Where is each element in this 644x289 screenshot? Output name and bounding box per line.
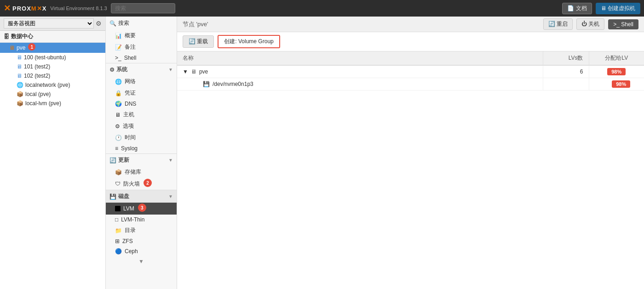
- restart-button[interactable]: 🔄 重启: [543, 18, 573, 30]
- vm-100-icon: 🖥: [17, 54, 22, 61]
- nav-lvm[interactable]: LVM 3: [106, 203, 177, 215]
- sidebar: 服务器视图 ⚙ 🗄 数据中心 🖥 pve 1 🖥 100 (test-ubunt…: [0, 17, 106, 289]
- disk-name-cell: 💾 /dev/nvme0n1p3: [177, 78, 543, 91]
- updates-icon: 🔄: [109, 157, 116, 164]
- content-path: 节点 'pve': [183, 20, 208, 28]
- nav-overview-label: 概要: [125, 32, 136, 40]
- sidebar-gear-icon[interactable]: ⚙: [96, 20, 102, 27]
- firewall-icon: 🛡: [115, 181, 121, 187]
- storage-icon: 📦: [17, 91, 23, 97]
- time-icon: 🕐: [115, 135, 122, 141]
- nav-lvm-label: LVM: [123, 205, 134, 212]
- create-vg-button[interactable]: 创建: Volume Group: [218, 35, 280, 48]
- storage-repo-icon: 📦: [115, 169, 122, 176]
- expand-icon[interactable]: ▼: [183, 68, 188, 75]
- firewall-badge: 2: [144, 179, 152, 187]
- nav-syslog[interactable]: ≡ Syslog: [106, 143, 177, 153]
- nav-disks-header[interactable]: 💾 磁盘 ▼: [106, 190, 177, 203]
- nav-overview[interactable]: 📊 概要: [106, 30, 177, 41]
- nav-syslog-label: Syslog: [121, 145, 138, 152]
- vm-102-icon: 🖥: [17, 73, 22, 79]
- shell-nav-icon: >_: [115, 55, 121, 61]
- table-row[interactable]: 💾 /dev/nvme0n1p3 98%: [177, 78, 644, 91]
- vg-allocated: 98%: [589, 65, 644, 78]
- pve-badge: 1: [28, 43, 35, 51]
- vg-lvs: 6: [543, 65, 589, 78]
- nav-more-indicator: ▼: [106, 256, 177, 266]
- shell-button[interactable]: >_ Shell: [608, 19, 638, 29]
- topbar: ✕ PROXM✕X Virtual Environment 8.1.3 📄 文档…: [0, 0, 644, 17]
- vg-name-cell: ▼ 🖥 pve: [177, 65, 543, 78]
- overview-icon: 📊: [115, 33, 122, 39]
- search-input[interactable]: [111, 3, 175, 13]
- nav-time[interactable]: 🕐 时间: [106, 132, 177, 143]
- nav-directory[interactable]: 📁 目录: [106, 225, 177, 236]
- nav-network[interactable]: 🌐 网络: [106, 76, 177, 87]
- nav-system-header[interactable]: ⚙ 系统 ▼: [106, 63, 177, 76]
- nav-lvm-thin-label: LVM-Thin: [121, 216, 144, 223]
- nav-lvm-thin[interactable]: □ LVM-Thin: [106, 215, 177, 225]
- nav-network-label: 网络: [125, 78, 136, 85]
- main-layout: 服务器视图 ⚙ 🗄 数据中心 🖥 pve 1 🖥 100 (test-ubunt…: [0, 17, 644, 289]
- disk-lvs: [543, 78, 589, 91]
- col-allocated: 分配给LV: [589, 51, 644, 65]
- disks-chevron-icon: ▼: [168, 194, 173, 199]
- localnetwork-label: localnetwork (pve): [25, 82, 70, 88]
- zfs-icon: ⊞: [115, 238, 120, 244]
- local-lvm-label: local-lvm (pve): [25, 100, 61, 107]
- nav-system-label: 系统: [116, 66, 127, 74]
- logo-icon: ✕: [4, 3, 11, 13]
- sidebar-item-localnetwork[interactable]: 🌐 localnetwork (pve): [0, 80, 105, 90]
- table-row[interactable]: ▼ 🖥 pve 6 98%: [177, 65, 644, 78]
- nav-notes[interactable]: 📝 备注: [106, 41, 177, 53]
- lvm-icon: [115, 206, 121, 211]
- nav-dns[interactable]: 🌍 DNS: [106, 99, 177, 109]
- nav-dns-label: DNS: [125, 101, 136, 107]
- sidebar-item-101[interactable]: 🖥 101 (test2): [0, 62, 105, 71]
- search-icon: 🔍: [109, 20, 116, 27]
- system-icon: ⚙: [109, 67, 115, 73]
- sidebar-item-102[interactable]: 🖥 102 (test2): [0, 71, 105, 80]
- nav-host[interactable]: 🖥 主机: [106, 109, 177, 120]
- view-selector[interactable]: 服务器视图: [4, 18, 94, 28]
- lvm-table: 名称 LVs数 分配给LV ▼ 🖥 pve: [177, 51, 644, 91]
- shutdown-button[interactable]: ⏻ 关机: [576, 18, 604, 30]
- nav-search-label: 搜索: [118, 19, 129, 27]
- notes-icon: 📝: [115, 44, 122, 51]
- nav-search[interactable]: 🔍 搜索: [106, 17, 177, 30]
- disk-icon: 💾: [203, 81, 210, 87]
- lvm-thin-icon: □: [115, 216, 118, 223]
- nav-updates-header[interactable]: 🔄 更新 ▼: [106, 153, 177, 166]
- nav-directory-label: 目录: [125, 227, 136, 234]
- col-name: 名称: [177, 51, 543, 65]
- sidebar-item-pve[interactable]: 🖥 pve 1: [0, 43, 105, 53]
- table-container: 名称 LVs数 分配给LV ▼ 🖥 pve: [177, 51, 644, 289]
- nav-firewall[interactable]: 🛡 防火墙 2: [106, 178, 177, 190]
- tree-container: 🗄 数据中心 🖥 pve 1 🖥 100 (test-ubuntu) 🖥 101…: [0, 31, 105, 289]
- system-chevron-icon: ▼: [168, 67, 173, 72]
- sidebar-item-100[interactable]: 🖥 100 (test-ubuntu): [0, 53, 105, 62]
- vm-102-label: 102 (test2): [24, 73, 50, 79]
- nav-cert[interactable]: 🔒 凭证: [106, 87, 177, 99]
- nav-storage-repo[interactable]: 📦 存储库: [106, 166, 177, 178]
- cert-icon: 🔒: [115, 90, 122, 96]
- sidebar-item-local-lvm[interactable]: 📦 local-lvm (pve): [0, 99, 105, 108]
- disk-name: /dev/nvme0n1p3: [213, 81, 253, 87]
- disk-allocated: 98%: [589, 78, 644, 91]
- nav-shell[interactable]: >_ Shell: [106, 53, 177, 63]
- nav-disks-label: 磁盘: [118, 193, 129, 200]
- vg-allocated-bar: 98%: [607, 68, 626, 75]
- nav-host-label: 主机: [123, 111, 134, 119]
- doc-button[interactable]: 📄 文档: [562, 3, 592, 14]
- nav-ceph[interactable]: 🔵 Ceph: [106, 246, 177, 256]
- nav-zfs[interactable]: ⊞ ZFS: [106, 236, 177, 246]
- network-nav-icon: 🌐: [115, 79, 122, 85]
- reload-button[interactable]: 🔄 重载: [183, 35, 214, 48]
- nav-options-label: 选项: [123, 122, 134, 130]
- create-vm-button[interactable]: 🖥 创建虚拟机: [596, 3, 640, 14]
- local-label: local (pve): [25, 91, 51, 97]
- nav-zfs-label: ZFS: [122, 238, 133, 244]
- datacenter-header[interactable]: 🗄 数据中心: [0, 31, 105, 43]
- nav-options[interactable]: ⚙ 选项: [106, 120, 177, 132]
- sidebar-item-local[interactable]: 📦 local (pve): [0, 90, 105, 99]
